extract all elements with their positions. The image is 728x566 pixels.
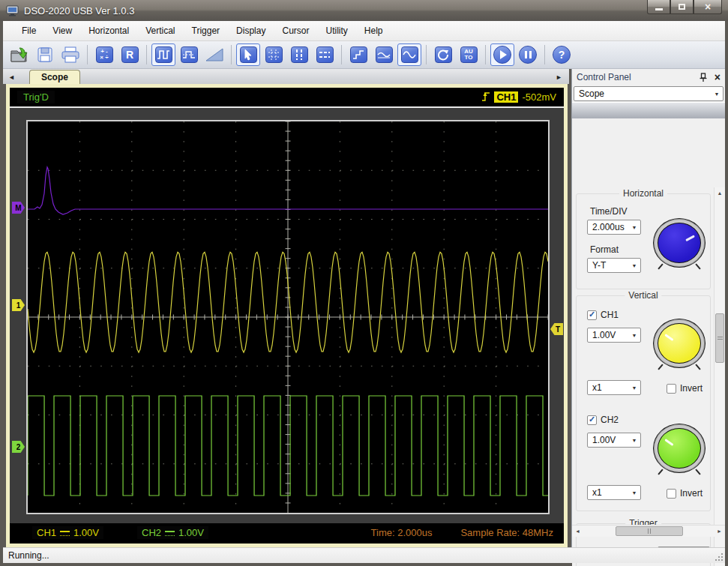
scroll-left-icon[interactable]: ◄ (572, 526, 583, 537)
maximize-button[interactable] (670, 0, 694, 14)
ch1-marker[interactable]: 1 (12, 299, 25, 311)
printer-icon (61, 46, 80, 63)
toolbar-separator (544, 45, 545, 64)
reference-button[interactable]: R (118, 43, 142, 66)
open-button[interactable] (7, 43, 31, 66)
math-icon: + - × ÷ (96, 46, 113, 63)
panel-vertical-scrollbar[interactable]: ▲ ▼ (714, 187, 725, 566)
wave-line-button[interactable] (372, 43, 396, 66)
panel-mode-select[interactable]: Scope ▼ (574, 86, 724, 101)
ch2-invert-checkbox[interactable]: Invert (667, 488, 703, 499)
pause-icon (519, 46, 537, 64)
ch1-readout: CH1 1.00V (32, 526, 103, 539)
menu-horizontal[interactable]: Horizontal (80, 22, 137, 40)
timediv-select[interactable]: 2.000us▼ (587, 220, 641, 235)
ramp-button[interactable] (202, 43, 226, 66)
scope-body: M 1 2 T (10, 108, 564, 523)
waveform-plot (28, 121, 548, 513)
ch1-volts-select[interactable]: 1.00V▼ (587, 328, 641, 343)
horizontal-scroll-thumb[interactable] (616, 526, 683, 536)
chevron-down-icon: ▼ (628, 333, 640, 338)
close-button[interactable]: × (694, 0, 722, 14)
checkbox-icon (667, 489, 676, 499)
save-button[interactable] (33, 43, 57, 66)
run-button[interactable] (490, 43, 514, 66)
sine-wave-button[interactable] (397, 43, 421, 66)
help-button[interactable]: ? (550, 43, 574, 66)
sample-rate-readout: Sample Rate: 48MHz (460, 527, 553, 538)
ch1-enable-checkbox[interactable]: CH1 (587, 310, 619, 320)
scope-page: Trig'D CH1 -502mV M 1 2 T (6, 84, 568, 547)
toolbar-separator (231, 45, 232, 64)
grid-button[interactable] (262, 43, 286, 66)
cursor-select-button[interactable] (236, 43, 260, 66)
checkbox-check-icon (587, 415, 597, 425)
ch1-invert-checkbox[interactable]: Invert (667, 383, 703, 394)
format-label: Format (590, 244, 619, 255)
trigger-level-value: -502mV (522, 91, 556, 103)
checkbox-icon (667, 384, 676, 394)
ch2-marker[interactable]: 2 (12, 441, 25, 453)
panel-horizontal-scrollbar[interactable]: ◄ ► (572, 525, 725, 537)
reference-icon: R (121, 46, 139, 63)
menu-view[interactable]: View (44, 22, 80, 40)
scope-footer: CH1 1.00V CH2 1.00V Time: 2.000us Sample… (10, 523, 564, 544)
tab-scope[interactable]: Scope (29, 70, 80, 84)
trigger-channel-badge: CH1 (494, 91, 518, 103)
scope-panel: Trig'D CH1 -502mV M 1 2 T (10, 88, 564, 544)
open-folder-icon (10, 46, 29, 64)
print-button[interactable] (58, 43, 82, 66)
menu-help[interactable]: Help (356, 22, 391, 40)
status-bar: Running... (3, 547, 725, 563)
tab-scroll-right-icon[interactable]: ► (550, 73, 566, 84)
panel-divider-strip (572, 102, 725, 118)
menu-vertical[interactable]: Vertical (137, 22, 183, 40)
minimize-button[interactable] (647, 0, 670, 14)
scroll-up-icon[interactable]: ▲ (715, 187, 725, 199)
control-panel-close-icon[interactable]: × (715, 72, 721, 82)
pulse-train-button[interactable] (177, 43, 201, 66)
menu-trigger[interactable]: Trigger (184, 22, 229, 40)
menu-utility[interactable]: Utility (317, 22, 355, 40)
refresh-icon (435, 46, 452, 63)
title-bar: DSO-2020 USB Ver 1.0.3 × (0, 0, 728, 21)
square-wave-icon (155, 46, 172, 63)
ch2-position-knob[interactable] (653, 424, 706, 473)
vertical-cursors-icon (291, 46, 308, 63)
pin-icon[interactable] (698, 73, 709, 82)
ch2-label: CH2 (142, 527, 161, 538)
format-select[interactable]: Y-T▼ (587, 258, 641, 273)
square-wave-display-button[interactable] (151, 43, 175, 66)
resize-grip[interactable] (715, 553, 724, 562)
maximize-icon (679, 4, 685, 10)
menu-file[interactable]: File (13, 22, 44, 40)
ch2-probe-select[interactable]: x1▼ (587, 485, 641, 500)
refresh-button[interactable] (431, 43, 455, 66)
help-icon: ? (553, 46, 571, 64)
pause-button[interactable] (516, 43, 540, 66)
scope-screen[interactable] (26, 120, 550, 514)
math-button[interactable]: + - × ÷ (92, 43, 116, 66)
chevron-down-icon: ▼ (711, 91, 723, 97)
vertical-scroll-thumb[interactable] (715, 313, 724, 363)
scroll-right-icon[interactable]: ► (714, 526, 725, 537)
pulse-train-icon (181, 46, 198, 63)
math-channel-marker[interactable]: M (12, 202, 25, 214)
ch2-volts-select[interactable]: 1.00V▼ (587, 433, 641, 448)
ch2-readout: CH2 1.00V (137, 526, 208, 539)
ch2-enable-checkbox[interactable]: CH2 (587, 415, 619, 425)
chevron-down-icon: ▼ (628, 225, 640, 230)
tab-scroll-left-icon[interactable]: ◄ (3, 73, 19, 84)
trigger-level-marker[interactable]: T (550, 323, 563, 335)
menu-cursor[interactable]: Cursor (274, 22, 317, 40)
step-button[interactable] (346, 43, 370, 66)
ch1-label: CH1 (37, 527, 56, 538)
auto-setup-button[interactable]: AU TO (457, 43, 481, 66)
menu-display[interactable]: Display (228, 22, 274, 40)
vertical-cursors-button[interactable] (287, 43, 311, 66)
ch1-position-knob[interactable] (653, 319, 706, 368)
horizontal-position-knob[interactable] (653, 218, 706, 268)
window-title: DSO-2020 USB Ver 1.0.3 (24, 5, 134, 16)
ch1-probe-select[interactable]: x1▼ (587, 380, 641, 395)
horizontal-cursors-button[interactable] (313, 43, 337, 66)
